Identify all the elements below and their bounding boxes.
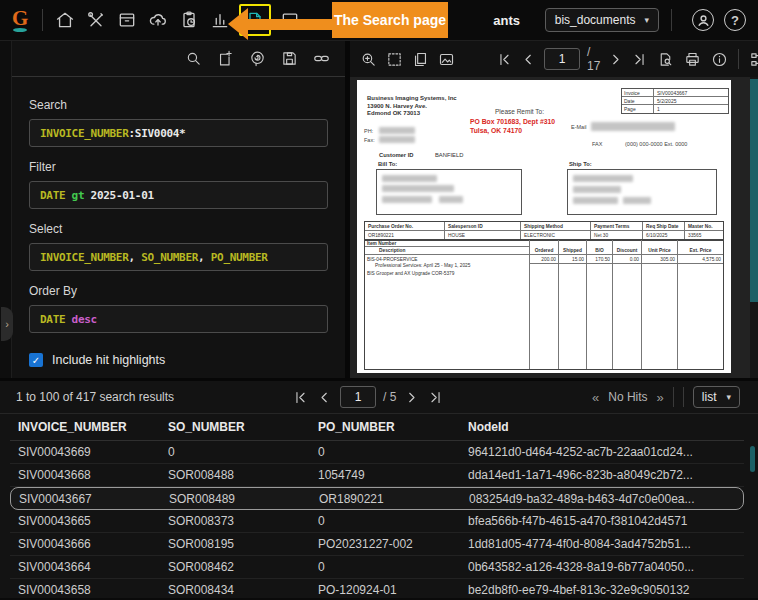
zoom-in-icon [360,51,377,68]
toolbar-divider [671,9,672,31]
results-next-page-button[interactable] [403,389,420,406]
orderby-field-label: Order By [29,284,328,298]
next-page-button[interactable] [607,51,624,68]
table-cell: 083254d9-ba32-489a-b463-4d7c0e00ea... [469,492,743,506]
table-row[interactable]: SIV00043658SOR008434PO-120924-01be2db8f0… [10,579,744,600]
chevron-down-icon: ▾ [644,15,649,25]
column-header[interactable]: PO_NUMBER [318,420,468,434]
table-row[interactable]: SIV00043665SOR0083730bfea566b-f47b-4615-… [10,510,744,533]
archive-box-icon [117,10,137,30]
results-page-input[interactable] [340,386,376,408]
new-query-button[interactable] [217,50,234,67]
next-hit-button[interactable]: » [657,390,664,405]
table-cell: SIV00043664 [18,560,168,574]
remit-label: Please Remit To: [495,108,544,115]
pages-button[interactable] [412,51,429,68]
run-search-button[interactable] [185,50,202,67]
jobs-button[interactable] [177,7,201,33]
ai-brain-icon [249,50,266,67]
document-plus-icon [217,50,234,67]
viewer-page-total: / 17 [587,45,600,73]
invoice-page: Business Imaging Systems, Inc 13900 N. H… [357,80,731,373]
user-account-button[interactable] [692,9,714,31]
document-canvas: Business Imaging Systems, Inc 13900 N. H… [350,77,758,378]
item-description-column: Item Number Description BIS-04-PROFSERVI… [365,240,530,369]
first-page-icon [496,51,513,68]
remit-address: PO Box 701683, Dept #310 Tulsa, OK 74170 [470,118,555,135]
results-table: INVOICE_NUMBER SO_NUMBER PO_NUMBER NodeI… [0,414,758,600]
table-cell: OR1890221 [319,492,469,506]
top-bar: G PAGE Se ants The [0,0,758,40]
table-cell: SIV00043667 [19,492,169,506]
filter-input[interactable]: DATE gt 2025-01-01 [29,181,328,209]
table-cell: 0 [318,514,468,528]
copy-link-button[interactable] [313,50,330,67]
design-button[interactable] [84,7,108,33]
table-cell: 0 [318,445,468,459]
toolbar-divider [673,387,674,407]
results-page-total: / 5 [383,390,396,404]
repository-select[interactable]: bis_documents ▾ [545,8,659,32]
results-last-page-button[interactable] [427,389,444,406]
prev-page-button[interactable] [520,51,537,68]
search-input[interactable]: INVOICE_NUMBER:SIV0004* [29,119,328,147]
item-number: BIS-04-PROFSERVICE [365,255,529,262]
link-icon [313,50,330,67]
home-button[interactable] [53,7,77,33]
select-field-label: Select [29,222,328,236]
viewer-pager: / 17 [496,45,648,73]
search-field-label: Search [29,98,328,112]
results-first-page-button[interactable] [292,389,309,406]
redacted-fax [379,136,415,143]
results-view-select[interactable]: list ▾ [693,386,740,408]
prev-hit-button[interactable]: « [592,390,599,405]
hierarchy-icon [749,51,758,68]
view-text-button[interactable] [657,51,674,68]
last-page-button[interactable] [631,51,648,68]
info-button[interactable] [711,51,728,68]
table-row[interactable]: SIV00043668SOR0084881054749dda14ed1-1a71… [10,464,744,487]
table-row[interactable]: SIV00043667SOR008489OR1890221083254d9-ba… [10,487,744,510]
help-button[interactable]: ? [724,9,746,31]
layout-menu-button[interactable]: ▾ [749,51,758,68]
first-page-button[interactable] [496,51,513,68]
column-header[interactable]: NodeId [468,420,744,434]
hit-highlights-checkbox[interactable]: ✓ [29,353,43,367]
grooper-logo[interactable]: G [12,8,28,32]
document-search-small-icon [657,51,674,68]
thumbnails-button[interactable] [438,51,455,68]
results-scrollbar-thumb[interactable] [750,446,755,472]
main-content: › Search INVOICE_NUMBER:SIV0004* Filter [0,40,758,378]
marquee-select-button[interactable] [386,51,403,68]
expand-panel-handle[interactable]: › [1,307,13,341]
column-header[interactable]: INVOICE_NUMBER [18,420,168,434]
print-button[interactable] [684,51,701,68]
column-header[interactable]: SO_NUMBER [168,420,318,434]
redacted-phone [379,127,415,134]
viewer-scrollbar-thumb[interactable] [750,79,758,302]
orderby-input[interactable]: DATE desc [29,305,328,333]
results-pager: / 5 [292,386,444,408]
table-cell: SIV00043669 [18,445,168,459]
table-row[interactable]: SIV00043664SOR00846200b643582-a126-4328-… [10,556,744,579]
save-query-button[interactable] [281,50,298,67]
zoom-button[interactable] [360,51,377,68]
topbar-right: bis_documents ▾ ? [545,8,746,32]
home-icon [55,10,75,30]
table-cell: 0b643582-a126-4328-8a19-6b77a04050... [468,560,744,574]
ai-assistant-button[interactable] [249,50,266,67]
fax-label: Fax: [364,137,375,143]
batches-button[interactable] [115,7,139,33]
ship-to-box [567,169,717,215]
invoice-company-block: Business Imaging Systems, Inc 13900 N. H… [367,95,457,118]
viewer-page-input[interactable] [544,48,580,70]
results-prev-page-button[interactable] [316,389,333,406]
filter-field-label: Filter [29,160,328,174]
table-row[interactable]: SIV0004366900964121d0-d464-4252-ac7b-22a… [10,441,744,464]
clipboard-clock-icon [179,10,199,30]
annotation-arrow-head [228,8,248,40]
imports-button[interactable] [146,7,170,33]
select-input[interactable]: INVOICE_NUMBER, SO_NUMBER, PO_NUMBER [29,243,328,271]
pages-icon [412,51,429,68]
table-row[interactable]: SIV00043666SOR008195PO20231227-0021dd81d… [10,533,744,556]
